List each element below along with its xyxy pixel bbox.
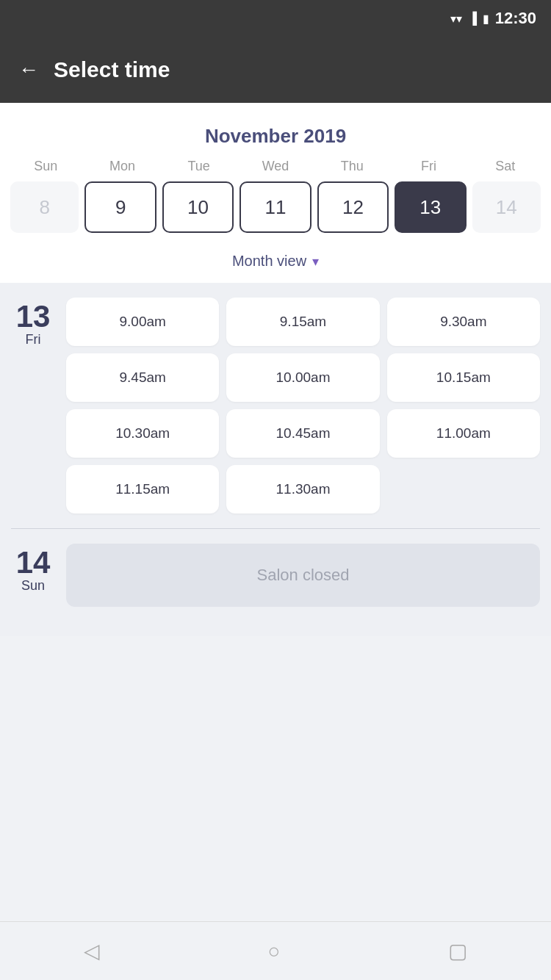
day-name-14: Sun xyxy=(21,578,45,594)
weekday-label: Tue xyxy=(161,159,237,174)
day-number-13: 13 xyxy=(16,301,51,332)
time-slot[interactable]: 10.30am xyxy=(66,409,219,458)
calendar-section: November 2019 SunMonTueWedThuFriSat 8910… xyxy=(0,103,551,283)
back-button[interactable]: ← xyxy=(18,58,39,82)
date-cell: 8 xyxy=(10,181,79,233)
time-slot[interactable]: 9.30am xyxy=(387,298,540,346)
time-slot[interactable]: 10.45am xyxy=(226,409,379,458)
month-title: November 2019 xyxy=(0,118,551,159)
dates-row: 891011121314 xyxy=(0,181,551,244)
month-view-toggle[interactable]: Month view ▾ xyxy=(0,244,551,283)
time-slot[interactable]: 9.15am xyxy=(226,298,379,346)
salon-closed-label: Salon closed xyxy=(257,566,350,584)
weekday-label: Fri xyxy=(390,159,467,174)
time-slot[interactable]: 11.30am xyxy=(226,465,379,514)
chevron-down-icon: ▾ xyxy=(312,253,319,270)
time-slot[interactable]: 10.00am xyxy=(226,353,379,402)
battery-icon: ▮ xyxy=(483,12,489,26)
time-slot[interactable]: 9.00am xyxy=(66,298,219,346)
time-slot[interactable]: 9.45am xyxy=(66,353,219,402)
nav-recent-icon[interactable]: ▢ xyxy=(448,939,467,963)
day-section-13: 13 Fri 9.00am9.15am9.30am9.45am10.00am10… xyxy=(11,298,540,514)
time-slot[interactable]: 10.15am xyxy=(387,353,540,402)
date-cell[interactable]: 13 xyxy=(395,181,466,233)
date-cell[interactable]: 11 xyxy=(240,181,311,233)
date-cell[interactable]: 12 xyxy=(317,181,389,233)
weekdays-row: SunMonTueWedThuFriSat xyxy=(0,159,551,174)
date-cell[interactable]: 9 xyxy=(84,181,156,233)
salon-closed-card: Salon closed xyxy=(66,544,540,607)
signal-icon: ▐ xyxy=(468,12,476,25)
day-name-13: Fri xyxy=(26,332,41,347)
time-slot[interactable]: 11.15am xyxy=(66,465,219,514)
weekday-label: Sun xyxy=(7,159,84,174)
status-icons: ▾▾ ▐ ▮ 12:30 xyxy=(450,9,536,28)
status-bar: ▾▾ ▐ ▮ 12:30 xyxy=(0,0,551,37)
date-cell: 14 xyxy=(472,181,541,233)
time-slots-grid-13: 9.00am9.15am9.30am9.45am10.00am10.15am10… xyxy=(66,298,540,514)
page-title: Select time xyxy=(54,57,170,82)
weekday-label: Wed xyxy=(237,159,314,174)
main-content: 13 Fri 9.00am9.15am9.30am9.45am10.00am10… xyxy=(0,283,551,636)
date-cell[interactable]: 10 xyxy=(162,181,234,233)
app-header: ← Select time xyxy=(0,37,551,103)
month-view-label: Month view xyxy=(232,253,306,270)
day-section-14: 14 Sun Salon closed xyxy=(11,544,540,607)
section-divider xyxy=(11,528,540,529)
time-slot[interactable]: 11.00am xyxy=(387,409,540,458)
nav-home-icon[interactable]: ○ xyxy=(268,940,281,963)
status-time: 12:30 xyxy=(495,9,536,28)
nav-back-icon[interactable]: ◁ xyxy=(84,939,100,963)
wifi-icon: ▾▾ xyxy=(450,12,462,26)
day-label-13: 13 Fri xyxy=(11,298,55,514)
day-label-14: 14 Sun xyxy=(11,544,55,607)
day-number-14: 14 xyxy=(16,547,51,578)
weekday-label: Mon xyxy=(84,159,160,174)
weekday-label: Sat xyxy=(467,159,544,174)
weekday-label: Thu xyxy=(314,159,390,174)
bottom-nav: ◁ ○ ▢ xyxy=(0,921,551,980)
